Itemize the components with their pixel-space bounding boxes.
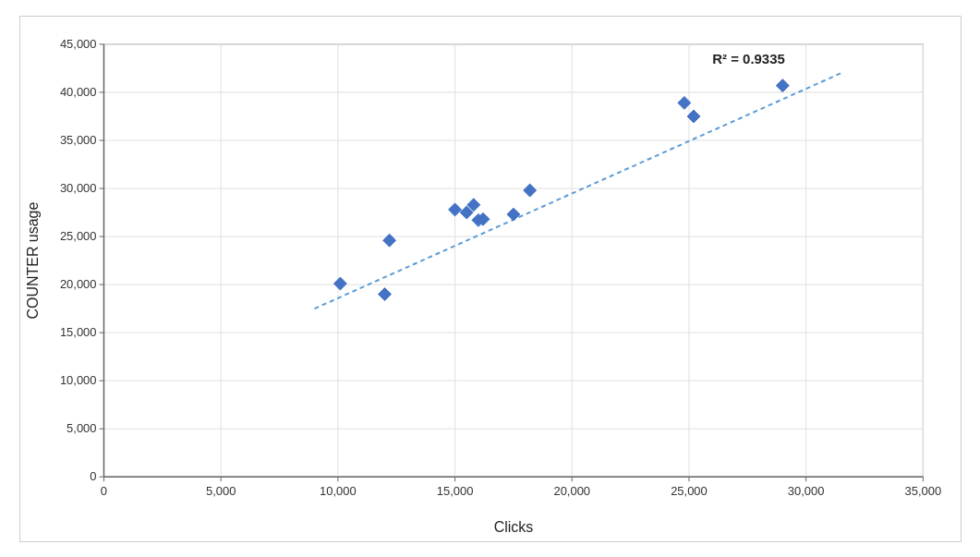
svg-text:Clicks: Clicks <box>493 519 533 535</box>
svg-text:10,000: 10,000 <box>59 373 96 387</box>
svg-text:25,000: 25,000 <box>59 229 96 243</box>
svg-text:35,000: 35,000 <box>904 484 941 498</box>
svg-text:45,000: 45,000 <box>59 36 96 50</box>
svg-text:25,000: 25,000 <box>671 484 708 498</box>
svg-text:30,000: 30,000 <box>787 484 824 498</box>
svg-text:15,000: 15,000 <box>59 325 96 339</box>
svg-text:30,000: 30,000 <box>59 180 96 194</box>
svg-text:40,000: 40,000 <box>59 84 96 98</box>
svg-text:15,000: 15,000 <box>436 484 473 498</box>
chart-container: 05,00010,00015,00020,00025,00030,00035,0… <box>19 16 962 542</box>
svg-text:5,000: 5,000 <box>205 484 235 498</box>
svg-text:0: 0 <box>90 469 96 483</box>
svg-text:COUNTER usage: COUNTER usage <box>24 201 40 319</box>
svg-text:20,000: 20,000 <box>553 484 590 498</box>
svg-text:35,000: 35,000 <box>59 132 96 146</box>
svg-rect-1 <box>103 43 923 476</box>
svg-text:5,000: 5,000 <box>67 421 96 435</box>
svg-text:10,000: 10,000 <box>320 484 357 498</box>
svg-text:R² = 0.9335: R² = 0.9335 <box>712 50 784 66</box>
svg-text:0: 0 <box>100 484 106 498</box>
svg-text:20,000: 20,000 <box>59 277 96 291</box>
